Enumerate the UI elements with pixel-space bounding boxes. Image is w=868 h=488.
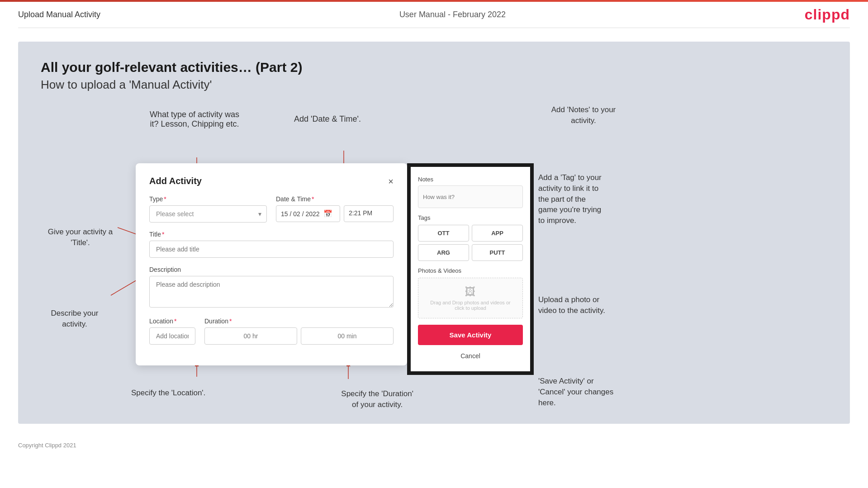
ann-tag-text: Add a 'Tag' to youractivity to link it t… <box>538 172 638 226</box>
top-divider <box>18 28 850 28</box>
datetime-label: Date & Time* <box>276 195 394 203</box>
description-textarea[interactable] <box>149 276 394 308</box>
duration-label: Duration* <box>204 317 394 325</box>
tags-field-label: Tags <box>418 214 523 221</box>
location-group: Location* <box>149 317 195 345</box>
description-label: Description <box>149 266 394 273</box>
date-input[interactable]: 15 / 02 / 2022 📅 <box>276 205 340 222</box>
title-row: Title* <box>149 231 394 258</box>
upload-image-icon: 🖼 <box>426 285 515 298</box>
description-row: Description <box>149 266 394 309</box>
add-activity-modal: Add Activity × Type* Please select ▾ <box>136 163 407 365</box>
location-input[interactable] <box>149 327 195 345</box>
type-label: Type* <box>149 195 267 203</box>
phone-panel: Notes Tags OTT APP ARG PUTT Photos & Vid… <box>407 163 534 375</box>
type-select[interactable]: Please select <box>149 205 267 223</box>
modal-title: Add Activity <box>149 176 202 186</box>
type-datetime-row: Type* Please select ▾ Date & Time* <box>149 195 394 223</box>
photos-field-label: Photos & Videos <box>418 267 523 274</box>
date-time-wrapper: 15 / 02 / 2022 📅 2:21 PM <box>276 205 394 222</box>
location-label: Location* <box>149 317 195 325</box>
title-label: Title* <box>149 231 394 238</box>
manual-title: User Manual - February 2022 <box>399 10 506 19</box>
tag-app[interactable]: APP <box>472 225 523 242</box>
location-duration-row: Location* Duration* <box>149 317 394 345</box>
title-group: Title* <box>149 231 394 258</box>
modal-header: Add Activity × <box>149 176 394 186</box>
duration-wrapper <box>204 327 394 345</box>
description-group: Description <box>149 266 394 309</box>
copyright-text: Copyright Clippd 2021 <box>18 442 76 449</box>
tag-putt[interactable]: PUTT <box>472 244 523 261</box>
ann-notes-text: Add 'Notes' to youractivity. <box>538 104 629 126</box>
ann-what-type: What type of activity was it? Lesson, Ch… <box>145 110 244 129</box>
ann-save-cancel-text: 'Save Activity' or'Cancel' your changesh… <box>538 376 642 408</box>
modal-close-button[interactable]: × <box>388 177 394 186</box>
full-layout: What type of activity was it? Lesson, Ch… <box>41 110 827 410</box>
notes-input[interactable] <box>418 185 523 208</box>
type-select-wrapper: Please select ▾ <box>149 205 267 223</box>
cancel-button[interactable]: Cancel <box>418 350 523 362</box>
footer: Copyright Clippd 2021 <box>0 437 868 453</box>
datetime-group: Date & Time* 15 / 02 / 2022 📅 2:21 PM <box>276 195 394 223</box>
photos-upload-area[interactable]: 🖼 Drag and Drop photos and videos orclic… <box>418 278 523 318</box>
duration-hr-input[interactable] <box>204 327 297 345</box>
top-bar: Upload Manual Activity User Manual - Feb… <box>0 0 868 28</box>
ann-duration-bottom: Specify the 'Duration'of your activity. <box>341 389 413 410</box>
logo: clippd <box>805 6 850 23</box>
main-heading: All your golf-relevant activities… (Part… <box>41 60 827 75</box>
ann-describe: Describe youractivity. <box>41 308 109 330</box>
tags-grid: OTT APP ARG PUTT <box>418 225 523 261</box>
save-activity-button[interactable]: Save Activity <box>418 325 523 345</box>
tag-ott[interactable]: OTT <box>418 225 469 242</box>
page-title: Upload Manual Activity <box>18 10 100 19</box>
notes-field-label: Notes <box>418 176 523 183</box>
top-annotations-row: What type of activity was it? Lesson, Ch… <box>41 110 827 160</box>
upload-text: Drag and Drop photos and videos orclick … <box>426 300 515 311</box>
type-group: Type* Please select ▾ <box>149 195 267 223</box>
ann-give-title: Give your activity a'Title'. <box>41 227 120 248</box>
ann-upload-text: Upload a photo orvideo to the activity. <box>538 294 629 316</box>
duration-min-input[interactable] <box>301 327 394 345</box>
duration-group: Duration* <box>204 317 394 345</box>
main-row: Give your activity a'Title'. Describe yo… <box>41 163 827 375</box>
main-content: All your golf-relevant activities… (Part… <box>18 42 850 424</box>
title-input[interactable] <box>149 241 394 258</box>
ann-date-time: Add 'Date & Time'. <box>294 114 361 124</box>
tag-arg[interactable]: ARG <box>418 244 469 261</box>
ann-location-bottom: Specify the 'Location'. <box>131 389 205 410</box>
bottom-annotations: Specify the 'Location'. Specify the 'Dur… <box>41 389 827 410</box>
main-subheading: How to upload a 'Manual Activity' <box>41 78 827 92</box>
time-input[interactable]: 2:21 PM <box>344 205 394 222</box>
calendar-icon: 📅 <box>323 209 332 218</box>
